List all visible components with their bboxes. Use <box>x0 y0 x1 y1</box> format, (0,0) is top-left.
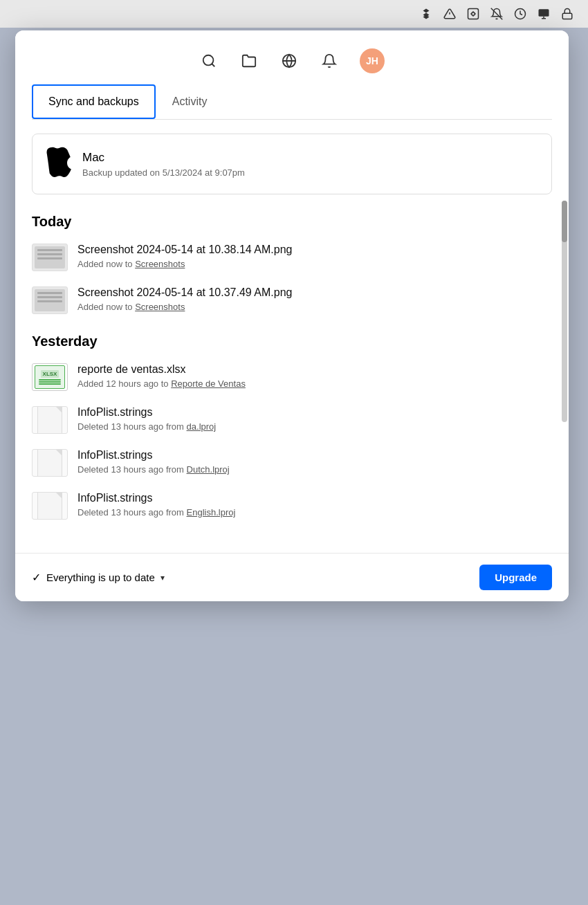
yesterday-header: Yesterday <box>32 333 552 349</box>
svg-line-4 <box>491 8 503 20</box>
popup-content: Mac Backup updated on 5/13/2024 at 9:07p… <box>15 120 569 553</box>
list-item: XLSX reporte de ventas.xlsx Added 12 hou… <box>32 363 552 391</box>
file-subtitle: Added now to Screenshots <box>77 302 292 312</box>
file-info: Screenshot 2024-05-14 at 10.38.14 AM.png… <box>77 244 292 269</box>
file-name: InfoPlist.strings <box>77 449 230 461</box>
svg-rect-2 <box>468 9 479 19</box>
device-name: Mac <box>82 151 245 165</box>
scrollbar[interactable] <box>562 201 567 422</box>
display-icon[interactable] <box>537 7 551 21</box>
list-item: InfoPlist.strings Deleted 13 hours ago f… <box>32 406 552 434</box>
list-item: InfoPlist.strings Deleted 13 hours ago f… <box>32 449 552 477</box>
file-info: reporte de ventas.xlsx Added 12 hours ag… <box>77 363 246 389</box>
today-section: Today Screenshot 2024-05-14 at 10.38.14 … <box>32 214 552 314</box>
file-info: Screenshot 2024-05-14 at 10.37.49 AM.png… <box>77 286 292 312</box>
checkmark-icon: ✓ <box>32 571 41 584</box>
tabs-row: Sync and backups Activity <box>32 84 552 120</box>
file-location-link[interactable]: da.lproj <box>187 421 217 432</box>
file-thumbnail <box>32 286 68 314</box>
folder-icon[interactable] <box>239 51 259 71</box>
header-icons-row: JH <box>32 43 552 84</box>
device-card: Mac Backup updated on 5/13/2024 at 9:07p… <box>32 134 552 194</box>
file-subtitle: Added now to Screenshots <box>77 259 292 269</box>
status-text: Everything is up to date <box>46 572 155 583</box>
svg-point-3 <box>472 12 475 16</box>
bell-slash-icon[interactable] <box>490 7 504 21</box>
bell-icon[interactable] <box>320 51 339 71</box>
footer-status[interactable]: ✓ Everything is up to date ▾ <box>32 571 165 584</box>
svg-rect-6 <box>539 9 549 17</box>
clock-icon[interactable] <box>513 7 527 21</box>
file-info: InfoPlist.strings Deleted 13 hours ago f… <box>77 449 230 475</box>
file-thumbnail <box>32 492 68 520</box>
svg-rect-7 <box>562 13 572 19</box>
system-bar <box>0 0 588 28</box>
file-name: InfoPlist.strings <box>77 406 216 419</box>
gear-square-icon[interactable] <box>466 7 480 21</box>
device-subtitle: Backup updated on 5/13/2024 at 9:07pm <box>82 167 245 178</box>
tab-activity[interactable]: Activity <box>156 84 224 119</box>
file-name: InfoPlist.strings <box>77 492 235 504</box>
file-info: InfoPlist.strings Deleted 13 hours ago f… <box>77 406 216 432</box>
file-location-link[interactable]: Reporte de Ventas <box>171 378 246 389</box>
file-thumbnail <box>32 244 68 271</box>
file-name: Screenshot 2024-05-14 at 10.38.14 AM.png <box>77 244 292 256</box>
lock-icon[interactable] <box>560 7 574 21</box>
file-subtitle: Deleted 13 hours ago from Dutch.lproj <box>77 464 230 475</box>
yesterday-section: Yesterday XLSX reporte de ventas.xlsx <box>32 333 552 520</box>
avatar[interactable]: JH <box>360 48 385 73</box>
file-info: InfoPlist.strings Deleted 13 hours ago f… <box>77 492 235 518</box>
file-location-link[interactable]: Dutch.lproj <box>187 464 230 475</box>
triangle-alert-icon[interactable] <box>443 7 457 21</box>
file-subtitle: Deleted 13 hours ago from da.lproj <box>77 421 216 432</box>
dropbox-icon[interactable] <box>419 7 433 21</box>
file-subtitle: Added 12 hours ago to Reporte de Ventas <box>77 378 246 389</box>
scrollbar-thumb[interactable] <box>562 201 567 242</box>
list-item: Screenshot 2024-05-14 at 10.38.14 AM.png… <box>32 244 552 271</box>
list-item: Screenshot 2024-05-14 at 10.37.49 AM.png… <box>32 286 552 314</box>
device-info: Mac Backup updated on 5/13/2024 at 9:07p… <box>82 151 245 178</box>
file-location-link[interactable]: English.lproj <box>187 507 236 518</box>
upgrade-button[interactable]: Upgrade <box>479 565 552 590</box>
file-subtitle: Deleted 13 hours ago from English.lproj <box>77 507 235 518</box>
search-icon[interactable] <box>199 51 219 71</box>
file-thumbnail: XLSX <box>32 363 68 391</box>
chevron-down-icon: ▾ <box>160 573 165 583</box>
tab-sync-backups[interactable]: Sync and backups <box>32 84 156 119</box>
svg-line-9 <box>212 64 214 66</box>
file-name: reporte de ventas.xlsx <box>77 363 246 376</box>
svg-point-8 <box>203 55 214 66</box>
popup-header: JH Sync and backups Activity <box>15 30 569 120</box>
file-thumbnail <box>32 449 68 477</box>
popup-footer: ✓ Everything is up to date ▾ Upgrade <box>15 553 569 601</box>
dropbox-popup: JH Sync and backups Activity Mac Backup … <box>15 30 569 601</box>
mac-icon <box>46 147 71 181</box>
today-header: Today <box>32 214 552 230</box>
globe-icon[interactable] <box>279 51 299 71</box>
file-location-link[interactable]: Screenshots <box>135 259 185 269</box>
list-item: InfoPlist.strings Deleted 13 hours ago f… <box>32 492 552 520</box>
file-thumbnail <box>32 406 68 434</box>
file-location-link[interactable]: Screenshots <box>135 302 185 312</box>
file-name: Screenshot 2024-05-14 at 10.37.49 AM.png <box>77 286 292 299</box>
